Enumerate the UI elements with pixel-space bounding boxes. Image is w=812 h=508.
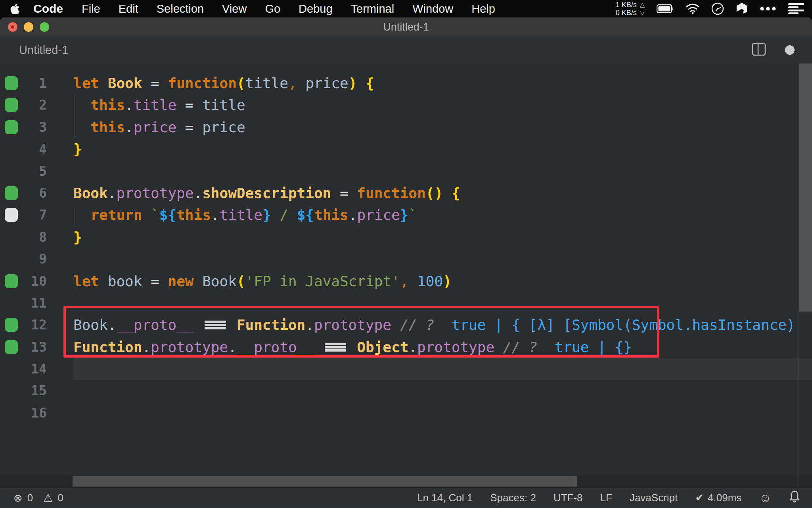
line-number[interactable]: 12 (0, 314, 47, 336)
status-indentation[interactable]: Spaces: 2 (490, 492, 536, 504)
code-token: this (90, 119, 125, 135)
code-token: let (73, 75, 99, 91)
code-text[interactable]: } (73, 138, 82, 160)
ellipsis-icon[interactable] (760, 7, 776, 11)
code-token: ( (237, 75, 245, 91)
line-number[interactable]: 6 (0, 182, 47, 204)
code-token: true | {} (555, 339, 632, 355)
code-token: } (400, 207, 409, 223)
code-token (193, 317, 202, 333)
code-token (73, 97, 90, 113)
code-token: true | { [λ] [Symbol(Symbol.hasInstance) (452, 317, 795, 333)
menu-item-view[interactable]: View (213, 2, 256, 15)
code-token: let (73, 273, 99, 289)
tab-untitled-1[interactable]: Untitled-1 (19, 44, 68, 57)
code-text[interactable]: Function.prototype.__proto__ Object.prot… (73, 336, 632, 358)
line-number[interactable]: 3 (0, 116, 47, 138)
upload-arrow-icon: △ (640, 1, 645, 9)
code-text[interactable]: Book.prototype.showDescription = functio… (73, 182, 460, 204)
line-number[interactable]: 7 (0, 204, 47, 226)
code-line-15: 15 (0, 380, 812, 402)
code-text[interactable]: return `${this.title} / ${this.price}` (73, 204, 417, 226)
code-line-1: 1let Book = function(title, price) { (0, 72, 812, 94)
line-number[interactable]: 16 (0, 402, 47, 424)
notifications-bell-icon[interactable] (789, 490, 800, 506)
line-number[interactable]: 15 (0, 380, 47, 402)
code-token: this (314, 207, 349, 223)
cube-icon[interactable] (736, 2, 748, 15)
apple-menu[interactable] (10, 3, 20, 15)
error-count: 0 (27, 492, 33, 504)
line-number[interactable]: 13 (0, 336, 47, 358)
error-icon: ⊗ (13, 492, 23, 504)
horizontal-scrollbar-thumb[interactable] (73, 476, 577, 487)
code-editor[interactable]: 1let Book = function(title, price) {2 th… (0, 64, 812, 487)
window-title: Untitled-1 (383, 21, 429, 33)
status-encoding[interactable]: UTF-8 (553, 492, 583, 504)
line-number[interactable]: 2 (0, 94, 47, 116)
code-token: . (305, 317, 314, 333)
status-quokka-perf[interactable]: ✔4.09ms (695, 492, 741, 504)
line-number[interactable]: 9 (0, 248, 47, 270)
network-speed-indicator[interactable]: 1 KB/s△ 0 KB/s▽ (616, 1, 645, 17)
code-token: ( (237, 273, 245, 289)
line-number[interactable]: 1 (0, 72, 47, 94)
feedback-smiley-icon[interactable]: ☺ (759, 492, 772, 504)
code-token (391, 317, 400, 333)
warning-icon: ⚠ (43, 492, 53, 504)
menu-item-go[interactable]: Go (256, 2, 289, 15)
code-token: ` (408, 207, 417, 223)
menu-item-debug[interactable]: Debug (289, 2, 341, 15)
code-text[interactable]: Book.__proto__ Function.prototype // ? t… (73, 314, 795, 336)
menu-item-help[interactable]: Help (462, 2, 504, 15)
close-button[interactable] (8, 22, 17, 32)
menu-app-name[interactable]: Code (24, 2, 73, 15)
minimize-button[interactable] (24, 22, 33, 32)
code-text[interactable]: let book = new Book('FP in JavaScript', … (73, 270, 452, 292)
line-number[interactable]: 10 (0, 270, 47, 292)
status-cursor-position[interactable]: Ln 14, Col 1 (417, 492, 473, 504)
line-number[interactable]: 5 (0, 160, 47, 182)
status-bar-right: Ln 14, Col 1Spaces: 2UTF-8LFJavaScript✔4… (417, 490, 800, 506)
line-number[interactable]: 4 (0, 138, 47, 160)
battery-icon[interactable] (657, 4, 674, 13)
code-token: . (142, 339, 151, 355)
line-number[interactable]: 8 (0, 226, 47, 248)
code-token: } (73, 229, 82, 245)
code-text[interactable]: } (73, 226, 82, 248)
vscode-window: Untitled-1 Untitled-1 1let Book = functi… (0, 17, 812, 508)
list-icon[interactable] (788, 3, 804, 14)
status-label: Ln 14, Col 1 (417, 492, 473, 504)
code-token: . (125, 97, 134, 113)
status-language-mode[interactable]: JavaScript (630, 492, 678, 504)
code-token (314, 339, 323, 355)
menu-item-selection[interactable]: Selection (147, 2, 213, 15)
menu-item-window[interactable]: Window (403, 2, 462, 15)
line-number[interactable]: 14 (0, 358, 47, 380)
code-token (194, 97, 203, 113)
code-text[interactable]: this.title = title (73, 94, 245, 116)
status-eol[interactable]: LF (600, 492, 612, 504)
dirty-indicator[interactable] (785, 45, 795, 55)
code-text[interactable]: let Book = function(title, price) { (73, 72, 374, 94)
code-token: = (185, 119, 194, 135)
code-lines: 1let Book = function(title, price) {2 th… (0, 72, 812, 424)
code-token (99, 75, 108, 91)
code-token: = (151, 273, 159, 289)
vertical-scrollbar-thumb[interactable] (799, 64, 812, 312)
code-token: Book (202, 273, 237, 289)
editor-tab-bar: Untitled-1 (0, 37, 812, 64)
warning-count: 0 (57, 492, 63, 504)
menu-item-terminal[interactable]: Terminal (342, 2, 404, 15)
zoom-button[interactable] (40, 22, 49, 32)
menu-item-edit[interactable]: Edit (109, 2, 147, 15)
code-text[interactable]: this.price = price (73, 116, 245, 138)
wifi-icon[interactable] (686, 4, 699, 14)
split-editor-icon[interactable] (752, 42, 766, 58)
code-token: . (228, 339, 237, 355)
menu-item-file[interactable]: File (73, 2, 109, 15)
clock-icon[interactable] (711, 2, 724, 15)
window-title-bar[interactable]: Untitled-1 (0, 17, 812, 37)
problems-indicator[interactable]: ⊗ 0 ⚠ 0 (13, 492, 69, 504)
line-number[interactable]: 11 (0, 292, 47, 314)
